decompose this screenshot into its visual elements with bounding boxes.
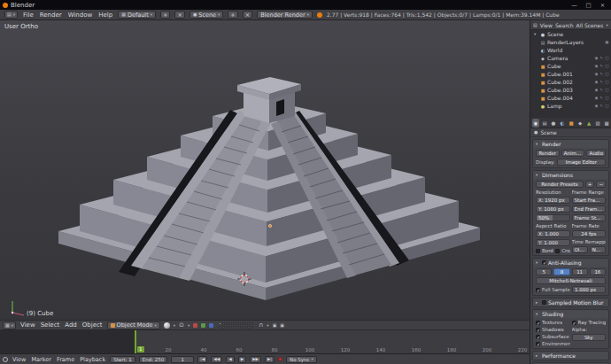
end-frame-field[interactable]: End: 250 (139, 356, 168, 363)
timeline-ruler[interactable]: 20 40 60 80 100 120 140 160 180 200 220 … (0, 330, 530, 354)
view3d-menu-add[interactable]: Add (64, 321, 78, 329)
add-scene-button[interactable]: + (228, 11, 237, 19)
outliner-row-world[interactable]: ◐ World (530, 46, 611, 54)
timeline-menu-frame[interactable]: Frame (56, 356, 75, 363)
outliner-row-cube-001[interactable]: ■ Cube.001 ◉↖□ (530, 70, 611, 78)
eye-toggle-icon[interactable]: ◉ (594, 72, 599, 76)
minimize-button[interactable]: — (568, 2, 580, 9)
timeline-editor-icon[interactable] (3, 357, 8, 362)
timeline-menu-marker[interactable]: Marker (30, 356, 51, 363)
add-preset-button[interactable]: + (585, 181, 595, 188)
outliner-row-renderlayers[interactable]: ▤ RenderLayers ▣ (530, 38, 611, 46)
panel-performance-header[interactable]: ▸Performance (533, 352, 608, 360)
timeline-menu-playback[interactable]: Playback (79, 356, 106, 363)
delete-scene-button[interactable]: × (243, 11, 252, 19)
aa-samples-8-button[interactable]: 8 (553, 268, 569, 275)
close-button[interactable]: × (597, 2, 608, 9)
menu-render[interactable]: Render (39, 12, 63, 19)
tab-texture[interactable]: ▦ (603, 119, 610, 128)
crop-checkbox[interactable] (555, 249, 560, 253)
tab-material[interactable]: ▧ (594, 119, 601, 128)
render-presets-select[interactable]: Render Presets (536, 181, 584, 188)
select-toggle-icon[interactable]: ↖ (599, 56, 604, 60)
render-toggle-icon[interactable]: □ (605, 88, 609, 92)
translate-manipulator-button[interactable] (193, 323, 197, 328)
aa-samples-5-button[interactable]: 5 (536, 268, 552, 275)
outliner-row-cube-003[interactable]: ■ Cube.003 ◉↖□ (530, 86, 611, 94)
render-toggle-icon[interactable]: □ (605, 72, 609, 76)
eye-toggle-icon[interactable]: ◉ (594, 64, 599, 68)
tab-object[interactable]: ■ (568, 119, 575, 128)
frame-rate-select[interactable]: 24 fps (572, 230, 607, 237)
mode-select[interactable]: Object Mode▾ (107, 321, 160, 329)
aspect-x-field[interactable]: X: 1.000 (536, 230, 570, 237)
display-select[interactable]: Image Editor (557, 159, 606, 166)
rotate-manipulator-button[interactable] (201, 323, 205, 328)
aa-samples-16-button[interactable]: 16 (590, 268, 606, 275)
render-toggle-icon[interactable]: □ (605, 104, 609, 108)
tab-world[interactable]: ◐ (559, 119, 566, 128)
render-toggle-icon[interactable]: □ (605, 56, 609, 60)
panel-motion-blur-header[interactable]: ▸Sampled Motion Blur (533, 298, 608, 306)
aa-filter-select[interactable]: Mitchell-Netravali (536, 277, 606, 284)
layers-widget[interactable] (219, 322, 253, 329)
render-engine-select[interactable]: Blender Render▾ (257, 11, 313, 19)
current-frame-line[interactable] (135, 330, 136, 353)
pyramid-model[interactable] (58, 77, 480, 300)
timeline-menu-view[interactable]: View (12, 356, 27, 363)
eye-toggle-icon[interactable]: ◉ (594, 88, 599, 92)
render-toggle-icon[interactable]: ▣ (605, 40, 609, 44)
render-toggle-icon[interactable]: □ (605, 64, 609, 68)
sync-select[interactable]: No Sync▾ (286, 356, 317, 363)
view3d-editor-icon[interactable]: ▦▾ (3, 321, 16, 329)
viewport-canvas[interactable]: User Ortho (9) Cube (0, 20, 530, 320)
eye-toggle-icon[interactable]: ◉ (594, 56, 599, 60)
play-button[interactable]: ▶ (238, 356, 246, 363)
motion-blur-checkbox[interactable] (542, 300, 546, 305)
jump-start-button[interactable]: |◀ (197, 356, 207, 363)
add-layout-button[interactable]: + (160, 11, 170, 19)
screen-layout-select[interactable]: ▦Default▾ (118, 11, 156, 19)
panel-dimensions-header[interactable]: ▾Dimensions (533, 171, 608, 179)
aa-samples-11-button[interactable]: 11 (572, 268, 588, 275)
render-toggle-icon[interactable]: □ (605, 80, 609, 84)
shadows-checkbox[interactable] (536, 328, 540, 332)
maximize-button[interactable]: □ (583, 2, 594, 9)
expand-icon[interactable]: ▾ (534, 32, 538, 36)
outliner-row-camera[interactable]: ◆ Camera ◉↖□ (530, 54, 611, 62)
outliner-menu-view[interactable]: View (540, 22, 553, 28)
prev-keyframe-button[interactable]: ◀◀ (211, 356, 222, 363)
resolution-percentage-slider[interactable]: 50% (536, 214, 570, 221)
animation-button[interactable]: Animation (561, 150, 585, 157)
outliner-menu-search[interactable]: Search (555, 22, 574, 28)
select-toggle-icon[interactable]: ↖ (599, 64, 604, 68)
outliner-display-select[interactable]: All Scenes (576, 22, 604, 28)
eye-toggle-icon[interactable]: ◉ (594, 80, 599, 84)
view3d-menu-select[interactable]: Select (40, 321, 61, 329)
tab-object-data[interactable]: ▲ (585, 119, 592, 128)
current-frame-field[interactable]: 1 (171, 356, 194, 363)
pivot-center-icon[interactable]: ⊙ (179, 322, 184, 329)
panel-render-header[interactable]: ▾Render (533, 140, 608, 148)
outliner-row-cube[interactable]: ■ Cube ◉↖□ (530, 62, 611, 70)
antialiasing-checkbox[interactable] (542, 260, 546, 265)
tab-constraints[interactable]: ◆ (576, 119, 584, 128)
panel-shading-header[interactable]: ▾Shading (533, 310, 608, 318)
next-keyframe-button[interactable]: ▶▶ (250, 356, 261, 363)
filter-size-field[interactable]: 1.000 px (572, 286, 606, 293)
remap-new-field[interactable]: New: 100 (590, 246, 606, 253)
outliner-row-cube-004[interactable]: ■ Cube.004 ◉↖□ (530, 94, 611, 102)
resolution-y-field[interactable]: Y: 1080 px (536, 205, 570, 213)
jump-end-button[interactable]: ▶| (265, 356, 275, 363)
delete-layout-button[interactable]: × (174, 11, 184, 19)
snap-magnet-icon[interactable]: ∩ (259, 322, 263, 329)
view3d-menu-object[interactable]: Object (81, 321, 104, 329)
viewport-scene[interactable] (0, 20, 530, 320)
end-frame-field[interactable]: End Frame: 250 (572, 205, 607, 213)
menu-help[interactable]: Help (97, 12, 113, 19)
eye-toggle-icon[interactable]: ◉ (594, 104, 599, 108)
textures-checkbox[interactable] (536, 321, 540, 325)
tab-render[interactable]: ◉ (532, 119, 539, 128)
outliner-row-cube-002[interactable]: ■ Cube.002 ◉↖□ (530, 78, 611, 86)
full-sample-checkbox[interactable] (536, 288, 540, 292)
